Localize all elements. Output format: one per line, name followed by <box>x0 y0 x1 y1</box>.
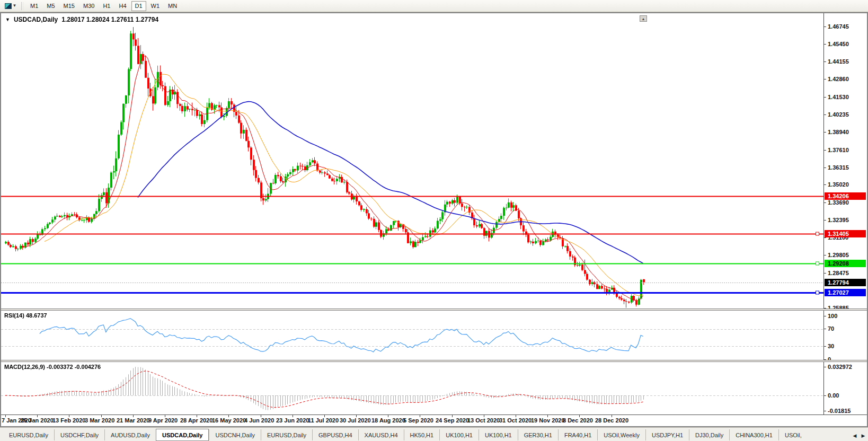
time-axis-label: 3 Mar 2020 <box>85 417 114 424</box>
time-axis-label: 4 Jun 2020 <box>244 417 274 424</box>
tab-scroll-right-icon[interactable]: ▶ <box>860 433 866 438</box>
chart-tab-xauusd-h4[interactable]: XAUUSD,H4 <box>358 429 404 440</box>
macd-axis[interactable]: 0.0329720.00-0.01815 <box>823 362 867 414</box>
chart-tab-usdchf-daily[interactable]: USDCHF,Daily <box>54 429 104 440</box>
toolbar-grip[interactable] <box>21 2 23 10</box>
chart-tab-fra40-h1[interactable]: FRA40,H1 <box>558 429 597 440</box>
price-axis-tick: 1.29805 <box>824 252 849 259</box>
price-axis-tick: 1.33690 <box>824 199 849 206</box>
time-axis-label: 21 Mar 2020 <box>117 417 149 424</box>
top-toolbar: ▼ M1M5M15M30H1H4D1W1MN <box>0 0 868 12</box>
chart-tab-uk100-h1[interactable]: UK100,H1 <box>479 429 518 440</box>
price-axis-tick: 1.41530 <box>824 94 849 101</box>
time-axis-label: 25 Jan 2020 <box>21 417 54 424</box>
time-axis-label: 13 Oct 2020 <box>467 417 500 424</box>
price-axis-tick: 1.32395 <box>824 217 849 224</box>
price-axis-tick: 1.35020 <box>824 181 849 188</box>
macd-axis-tick: -0.01815 <box>824 408 851 414</box>
macd-axis-tick: 0.032972 <box>824 364 852 371</box>
rsi-label: RSI(14) 48.6737 <box>4 312 47 319</box>
time-axis-label: 11 Jul 2020 <box>308 417 339 424</box>
chart-tab-audusd-daily[interactable]: AUDUSD,Daily <box>104 429 156 440</box>
tab-scroll-left-icon[interactable]: ◀ <box>852 433 858 438</box>
time-axis-label: 23 Jun 2020 <box>276 417 309 424</box>
time-axis-label: 9 Apr 2020 <box>148 417 178 424</box>
timeframe-button-m1[interactable]: M1 <box>26 1 42 11</box>
timeframe-button-m5[interactable]: M5 <box>43 1 58 11</box>
hline-price-badge: 1.27027 <box>825 289 866 296</box>
price-axis-tick: 1.36315 <box>824 164 849 171</box>
timeframe-button-m30[interactable]: M30 <box>79 1 98 11</box>
rsi-pane[interactable]: RSI(14) 48.6737 10070300 <box>1 311 867 360</box>
time-axis-label: 30 Jul 2020 <box>340 417 371 424</box>
chart-tab-gbpusd-h4[interactable]: GBPUSD,H4 <box>312 429 358 440</box>
price-axis-tick: 1.44155 <box>824 58 849 65</box>
time-axis[interactable]: 7 Jan 202025 Jan 202013 Feb 20203 Mar 20… <box>1 414 867 426</box>
time-axis-label: 19 Nov 2020 <box>531 417 565 424</box>
chart-tab-usoil-weekly[interactable]: USOil,Weekly <box>597 429 645 440</box>
hline-price-badge: 1.29208 <box>825 260 866 267</box>
chart-shift-marker[interactable]: ▲ <box>640 15 647 22</box>
rsi-axis-tick: 0 <box>824 356 831 360</box>
macd-axis-tick: 0.00 <box>824 392 839 399</box>
time-axis-label: 18 Aug 2020 <box>371 417 405 424</box>
macd-pane[interactable]: MACD(12,26,9) -0.003372 -0.004276 0.0329… <box>1 362 867 414</box>
tile-windows-button[interactable]: ▼ <box>2 1 20 11</box>
symbol-label: USDCAD,Daily <box>14 16 58 23</box>
tile-windows-icon <box>5 3 12 9</box>
time-axis-label: 28 Dec 2020 <box>595 417 628 424</box>
hline-price-badge: 1.31405 <box>825 230 866 237</box>
price-axis-tick: 1.28475 <box>824 270 849 277</box>
price-axis[interactable]: 1.467451.454501.441551.428601.415301.402… <box>823 13 867 308</box>
price-axis-tick: 1.46745 <box>824 23 849 30</box>
chart-tab-eurusd-daily[interactable]: EURUSD,Daily <box>261 429 312 440</box>
chart-tab-dj30-daily[interactable]: DJ30,Daily <box>689 429 729 440</box>
chart-tab-uk100-h1[interactable]: UK100,H1 <box>439 429 479 440</box>
price-axis-tick: 1.45450 <box>824 41 849 48</box>
timeframe-button-mn[interactable]: MN <box>164 1 181 11</box>
timeframe-button-m15[interactable]: M15 <box>60 1 78 11</box>
dropdown-caret-icon: ▼ <box>13 4 17 8</box>
price-axis-tick: 1.25885 <box>824 305 849 308</box>
macd-label: MACD(12,26,9) -0.003372 -0.004276 <box>4 364 101 370</box>
rsi-axis[interactable]: 10070300 <box>823 311 867 360</box>
chart-tab-china300-h1[interactable]: CHINA300,H1 <box>729 429 778 440</box>
time-axis-label: 13 Feb 2020 <box>52 417 85 424</box>
collapse-icon[interactable]: ▼ <box>5 17 10 22</box>
price-axis-tick: 1.42860 <box>824 76 849 83</box>
price-axis-tick: 1.40235 <box>824 111 849 118</box>
current-price-badge: 1.27794 <box>825 279 866 286</box>
macd-canvas[interactable] <box>1 362 823 414</box>
hline-price-badge: 1.34206 <box>825 192 866 200</box>
chart-window: ▼ USDCAD,Daily 1.28017 1.28024 1.27611 1… <box>0 12 868 427</box>
time-axis-label: 24 Sep 2020 <box>436 417 469 424</box>
chart-title: ▼ USDCAD,Daily 1.28017 1.28024 1.27611 1… <box>5 16 158 23</box>
time-axis-label: 8 Dec 2020 <box>563 417 593 424</box>
rsi-axis-tick: 100 <box>824 313 837 320</box>
time-axis-label: 16 May 2020 <box>212 417 246 424</box>
time-axis-label: 28 Apr 2020 <box>180 417 212 424</box>
chart-tab-usoil-[interactable]: USOil, <box>778 429 808 440</box>
time-axis-label: 5 Sep 2020 <box>403 417 433 424</box>
price-pane[interactable]: ▼ USDCAD,Daily 1.28017 1.28024 1.27611 1… <box>1 13 867 308</box>
quote-ohlc-label: 1.28017 1.28024 1.27611 1.27794 <box>61 16 158 23</box>
price-axis-tick: 1.37610 <box>824 147 849 154</box>
timeframe-button-h1[interactable]: H1 <box>99 1 114 11</box>
price-axis-tick: 1.38940 <box>824 129 849 136</box>
chart-tab-bar: EURUSD,DailyUSDCHF,DailyAUDUSD,DailyUSDC… <box>0 427 868 441</box>
rsi-axis-tick: 70 <box>824 325 834 332</box>
chart-tab-usdcnh-daily[interactable]: USDCNH,Daily <box>209 429 261 440</box>
chart-tab-eurusd-daily[interactable]: EURUSD,Daily <box>3 429 54 440</box>
timeframe-button-h4[interactable]: H4 <box>115 1 130 11</box>
timeframe-toolbar: M1M5M15M30H1H4D1W1MN <box>26 0 181 12</box>
chart-tab-hk50-h1[interactable]: HK50,H1 <box>404 429 440 440</box>
tab-scroll-buttons: ◀ ▶ <box>852 433 866 438</box>
time-axis-label: 31 Oct 2020 <box>499 417 532 424</box>
rsi-canvas[interactable] <box>1 311 823 360</box>
timeframe-button-d1[interactable]: D1 <box>131 1 146 11</box>
timeframe-button-w1[interactable]: W1 <box>147 1 164 11</box>
chart-tab-ger30-h1[interactable]: GER30,H1 <box>518 429 558 440</box>
price-chart-canvas[interactable] <box>1 13 823 308</box>
chart-tab-usdcad-daily[interactable]: USDCAD,Daily <box>156 429 209 441</box>
chart-tab-usdjpy-h1[interactable]: USDJPY,H1 <box>645 429 689 440</box>
